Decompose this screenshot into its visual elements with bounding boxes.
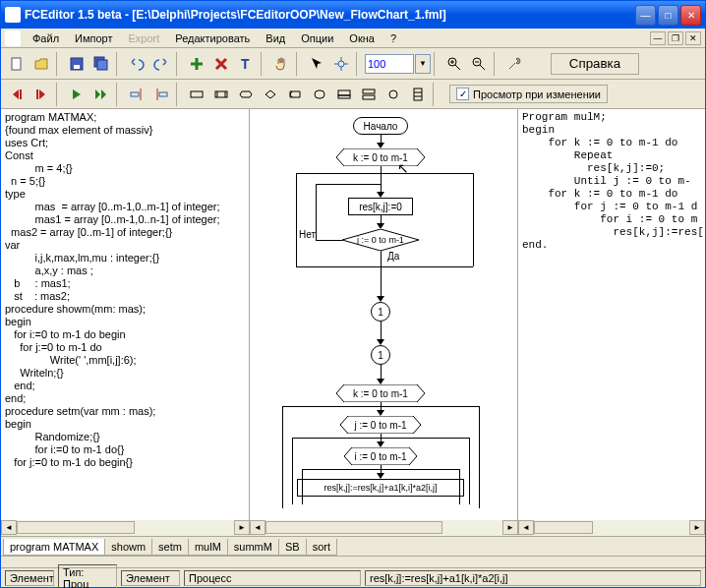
block9-button[interactable] (382, 83, 405, 106)
preview-checkbox[interactable]: ✓ (456, 88, 469, 100)
code-line: for i:=0 to m-1 do{} (5, 443, 245, 456)
maximize-button[interactable]: □ (658, 5, 678, 26)
fc-conn1[interactable]: 1 (371, 302, 390, 322)
zoom-dropdown[interactable]: ▼ (415, 54, 431, 74)
scrollbar-mid[interactable]: ◄► (250, 520, 518, 536)
block7-button[interactable] (332, 83, 356, 106)
fc-calc[interactable]: res[k,j]:=res[k,j]+a1[k,i]*a2[i,j] (297, 479, 464, 497)
menu-help[interactable]: ? (382, 30, 404, 46)
fc-kloop2[interactable]: k := 0 to m-1 (336, 384, 425, 402)
fc-conn2[interactable]: 1 (371, 345, 390, 365)
toolbar-flow: ✓ Просмотр при изменении (1, 80, 705, 109)
mdi-restore[interactable]: ❐ (668, 31, 683, 45)
window-title: FCEditor 1.5 beta - [E:\Delphi\Projects\… (25, 8, 635, 22)
add-button[interactable] (185, 52, 208, 76)
ins-after-button[interactable] (149, 83, 173, 106)
block3-button[interactable] (234, 83, 258, 106)
code-panel-right[interactable]: Program mulM;begin for k := 0 to m-1 do … (518, 109, 705, 520)
preview-checkbox-wrap[interactable]: ✓ Просмотр при изменении (449, 85, 608, 103)
status-element: Элемент (5, 570, 54, 586)
doc-icon (5, 30, 21, 46)
tab-SB[interactable]: SB (278, 539, 307, 556)
close-button[interactable]: ✕ (680, 5, 701, 26)
crosshair-button[interactable] (329, 52, 353, 76)
tab-mulM[interactable]: mulM (188, 539, 228, 556)
code-line: n = 5;{} (5, 175, 245, 188)
zoomout-button[interactable] (467, 52, 491, 76)
delete-button[interactable] (209, 52, 233, 76)
pointer-button[interactable] (305, 52, 328, 76)
step-back-button[interactable] (5, 83, 29, 106)
play-button[interactable] (65, 83, 88, 106)
fc-kloop[interactable]: k := 0 to m-1 (336, 148, 425, 166)
code-line: for j:=0 to m-1 do begin{} (5, 456, 245, 469)
tab-setm[interactable]: setm (151, 539, 189, 556)
code-line: var (5, 239, 245, 252)
fc-iloop[interactable]: i := 0 to m-1 (344, 447, 417, 465)
code-line: procedure showm(mm: mas); (5, 303, 245, 316)
block1-button[interactable] (185, 83, 208, 106)
svg-rect-13 (191, 91, 203, 97)
svg-rect-9 (20, 89, 22, 99)
code-line: m = 4;{} (5, 162, 245, 175)
block2-button[interactable] (209, 83, 233, 106)
tab-sort[interactable]: sort (306, 539, 337, 556)
mdi-close[interactable]: ✕ (685, 31, 701, 45)
status-element2: Элемент (121, 570, 180, 586)
code-line: procedure setm(var mm : mas); (5, 405, 245, 418)
status-expr: res[k,j]:=res[k,j]+a1[k,i]*a2[i,j] (365, 570, 701, 586)
tools-button[interactable] (502, 52, 526, 76)
preview-label: Просмотр при изменении (473, 88, 601, 100)
menu-view[interactable]: Вид (258, 30, 293, 46)
code-line: end. (522, 239, 701, 252)
fast-button[interactable] (89, 83, 113, 106)
svg-rect-2 (74, 65, 80, 69)
fc-jloop[interactable]: j := 0 to m-1 (342, 229, 419, 251)
open-button[interactable] (29, 52, 53, 76)
code-line: type (5, 188, 245, 201)
ins-before-button[interactable] (125, 83, 148, 106)
block4-button[interactable] (259, 83, 282, 106)
save-button[interactable] (65, 52, 88, 76)
redo-button[interactable] (149, 52, 173, 76)
app-icon (5, 7, 21, 23)
code-panel-left[interactable]: program MATMAX;{found max element of mas… (1, 109, 250, 520)
help-button[interactable]: Справка (551, 53, 639, 75)
mdi-minimize[interactable]: — (650, 31, 666, 45)
fc-start[interactable]: Начало (353, 117, 408, 135)
tab-summM[interactable]: summM (227, 539, 279, 556)
fc-jloop2[interactable]: j := 0 to m-1 (340, 416, 421, 434)
zoomin-button[interactable] (442, 52, 466, 76)
code-line: Writeln;{} (5, 367, 245, 380)
code-line: Write(' ',mm[i,j]:6); (5, 354, 245, 367)
code-line: end; (5, 392, 245, 405)
menu-edit[interactable]: Редактировать (167, 30, 258, 46)
code-line: i,j,k,max,lm,mu : integer;{} (5, 252, 245, 265)
new-button[interactable] (5, 52, 29, 76)
hand-button[interactable] (269, 52, 293, 76)
text-button[interactable]: T (234, 52, 258, 76)
saveall-button[interactable] (89, 52, 113, 76)
code-line: Program mulM; (522, 111, 701, 124)
scrollbar-right[interactable]: ◄► (518, 520, 705, 536)
step-fwd-button[interactable] (29, 83, 53, 106)
block6-button[interactable] (308, 83, 331, 106)
block5-button[interactable] (283, 83, 307, 106)
scrollbar-left[interactable]: ◄► (1, 520, 250, 536)
menu-windows[interactable]: Окна (341, 30, 382, 46)
tab-bar: program MATMAXshowmsetmmulMsummMSBsort (1, 536, 705, 556)
minimize-button[interactable]: — (635, 5, 656, 26)
tab-showm[interactable]: showm (104, 539, 152, 556)
fc-resinit[interactable]: res[k,j]:=0 (348, 198, 413, 215)
content-area: program MATMAX;{found max element of mas… (1, 109, 705, 520)
block10-button[interactable] (406, 83, 430, 106)
menu-options[interactable]: Опции (293, 30, 341, 46)
zoom-input[interactable] (365, 54, 414, 74)
block8-button[interactable] (357, 83, 381, 106)
tab-program-MATMAX[interactable]: program MATMAX (3, 539, 105, 556)
undo-button[interactable] (125, 52, 148, 76)
code-line: b : mas1; (5, 277, 245, 290)
menu-file[interactable]: Файл (25, 30, 67, 46)
flowchart-panel[interactable]: Начало k := 0 to m-1 ↖ res[k,j]:=0 j := … (250, 109, 518, 520)
menu-import[interactable]: Импорт (67, 30, 120, 46)
